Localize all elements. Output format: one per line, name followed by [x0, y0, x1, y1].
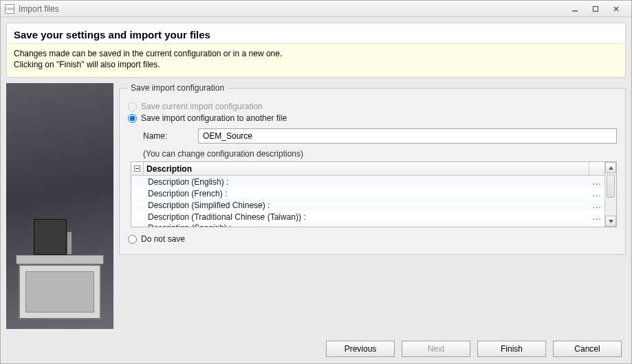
description-row[interactable]: Description (Simplified Chinese) : ... [131, 199, 604, 211]
next-button: Next [402, 341, 470, 357]
edit-ellipsis-button[interactable]: ... [589, 201, 604, 210]
app-icon: ows [5, 4, 14, 14]
name-row: Name: [143, 128, 617, 144]
wizard-subtitle-line1: Changes made can be saved in the current… [14, 48, 618, 59]
wizard-body: Save import configuration Save current i… [6, 83, 626, 329]
descriptions-hint: (You can change configuration descriptio… [143, 149, 617, 159]
description-row-label: Description (English) : [144, 177, 589, 187]
radio-save-current [128, 102, 137, 111]
wizard-footer: Previous Next Finish Cancel [1, 334, 631, 363]
description-row[interactable]: Description (Spanish) : ... [131, 223, 604, 227]
description-row-label: Description (Simplified Chinese) : [144, 201, 589, 210]
edit-ellipsis-button[interactable]: ... [589, 223, 604, 227]
descriptions-body: Description (English) : ... Description … [131, 176, 604, 227]
scroll-up-icon[interactable] [605, 162, 616, 173]
wizard-subtitle-line2: Clicking on "Finish" will also import fi… [14, 59, 618, 70]
titlebar: ows Import files [1, 1, 631, 17]
edit-ellipsis-button[interactable]: ... [589, 177, 604, 187]
cancel-button[interactable]: Cancel [553, 341, 622, 357]
finish-button[interactable]: Finish [477, 341, 546, 357]
radio-save-another-row[interactable]: Save import configuration to another fil… [128, 113, 617, 123]
description-row-label: Description (French) : [144, 189, 589, 198]
descriptions-scrollbar[interactable] [604, 162, 616, 227]
edit-ellipsis-button[interactable]: ... [589, 189, 604, 198]
window-buttons [568, 4, 629, 14]
scroll-down-icon[interactable] [605, 216, 616, 227]
radio-do-not-save-label: Do not save [141, 234, 185, 244]
descriptions-table: Description Description (English) : ... [131, 161, 617, 227]
save-config-group: Save import configuration Save current i… [119, 83, 626, 255]
wizard-title: Save your settings and import your files [14, 29, 618, 41]
descriptions-header-label: Description [144, 162, 589, 175]
edit-ellipsis-button[interactable]: ... [589, 212, 604, 222]
radio-do-not-save[interactable] [128, 235, 137, 244]
wizard-header: Save your settings and import your files… [6, 23, 626, 78]
maximize-button[interactable] [589, 4, 602, 14]
description-row-label: Description (Traditional Chinese (Taiwan… [144, 212, 589, 222]
description-row[interactable]: Description (English) : ... [131, 176, 604, 187]
description-row-label: Description (Spanish) : [144, 223, 589, 227]
radio-save-current-label: Save current import configuration [141, 102, 263, 111]
description-row[interactable]: Description (French) : ... [131, 187, 604, 199]
tree-collapse-icon[interactable] [131, 162, 144, 175]
svg-marker-6 [609, 166, 613, 170]
side-illustration [6, 83, 113, 329]
svg-marker-7 [609, 220, 613, 223]
description-row[interactable]: Description (Traditional Chinese (Taiwan… [131, 211, 604, 223]
name-label: Name: [143, 131, 191, 141]
previous-button[interactable]: Previous [326, 341, 395, 357]
close-button[interactable] [609, 4, 623, 14]
name-input[interactable] [198, 128, 617, 144]
descriptions-header-row: Description [131, 162, 604, 176]
radio-save-another[interactable] [128, 114, 137, 123]
radio-save-another-label: Save import configuration to another fil… [141, 113, 287, 123]
minimize-button[interactable] [568, 4, 582, 14]
scroll-thumb[interactable] [607, 174, 615, 198]
svg-rect-1 [593, 6, 598, 11]
window-title: Import files [19, 4, 564, 14]
radio-save-current-row: Save current import configuration [128, 102, 617, 111]
window-root: ows Import files Save your settings and … [0, 0, 632, 364]
radio-do-not-save-row[interactable]: Do not save [128, 234, 617, 244]
group-legend: Save import configuration [128, 83, 227, 93]
config-panel: Save import configuration Save current i… [119, 83, 626, 329]
